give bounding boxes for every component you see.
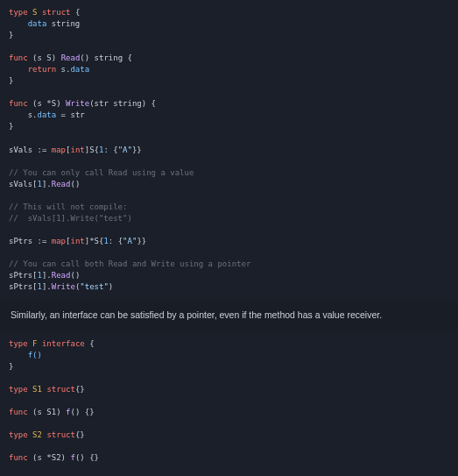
paragraph-interface-pointer: Similarly, an interface can be satisfied… [0, 300, 458, 331]
sig: () {} [70, 408, 94, 416]
method-write: Write [66, 99, 89, 108]
sig: (str string) { [89, 99, 156, 108]
type-F: F [28, 339, 42, 348]
string-test: "test" [80, 282, 109, 291]
end: }} [137, 237, 146, 245]
kw-func: func [9, 408, 28, 416]
kw-interface: interface [42, 339, 85, 348]
method-f: f() [9, 351, 42, 359]
code-block-2: type F interface { f() } type S1 struct{… [0, 331, 458, 476]
kw-struct: struct [42, 8, 71, 17]
string-A: "A" [123, 237, 137, 245]
kw-map: map [52, 146, 66, 154]
type-int: int [70, 146, 84, 154]
end: () [70, 271, 80, 280]
braces: {} [75, 385, 85, 394]
receiver: (s S1) [28, 408, 66, 416]
string-A: "A" [118, 146, 132, 154]
svals-lhs: sVals := [9, 146, 52, 154]
brace-close: } [9, 362, 13, 371]
rest: ]S{ [85, 146, 99, 154]
kw-func: func [9, 453, 28, 462]
kw-map: map [52, 237, 66, 245]
sig: () {} [75, 453, 99, 462]
sptrs-lhs: sPtrs := [9, 237, 52, 245]
type-string: string [46, 19, 80, 28]
field-data: data [70, 65, 89, 74]
type-S2: S2 [28, 430, 47, 439]
comment: // sVals[1].Write("test") [9, 214, 132, 223]
type-S1: S1 [28, 385, 47, 394]
call-write: Write [52, 282, 75, 291]
receiver: (s *S) [28, 99, 66, 108]
comment: // This will not compile: [9, 202, 127, 211]
call-lhs: sPtrs[ [9, 282, 38, 291]
mid: ]. [42, 271, 52, 280]
method-read: Read [61, 53, 81, 62]
lhs: s. [9, 110, 38, 119]
mid: : { [109, 237, 123, 245]
end: }} [132, 146, 142, 154]
expr: s. [56, 65, 70, 74]
kw-return: return [9, 65, 56, 74]
receiver: (s *S2) [28, 453, 71, 462]
comment: // You can call both Read and Write usin… [9, 259, 250, 268]
kw-type: type [9, 430, 28, 439]
kw-type: type [9, 8, 28, 17]
call-lhs: sVals[ [9, 180, 38, 188]
mid: : { [103, 146, 117, 154]
field-data: data [9, 19, 46, 28]
kw-type: type [9, 385, 28, 394]
braces: {} [75, 430, 85, 439]
call-lhs: sPtrs[ [9, 271, 38, 280]
kw-type: type [9, 339, 28, 348]
type-int: int [70, 237, 84, 245]
brace-close: } [9, 31, 13, 39]
rest: ]*S{ [85, 237, 104, 245]
mid: ]. [42, 180, 52, 188]
field-data: data [38, 110, 57, 119]
brace-close: } [9, 122, 13, 131]
code-block-1: type S struct { data string } func (s S)… [0, 0, 458, 300]
end: ) [109, 282, 113, 291]
kw-struct: struct [46, 385, 75, 394]
brace: { [70, 8, 80, 17]
brace-close: } [9, 76, 13, 85]
mid: ]. [42, 282, 52, 291]
receiver: (s S) [28, 53, 61, 62]
call-read: Read [52, 180, 71, 188]
brace: { [85, 339, 95, 348]
rhs: = str [56, 110, 85, 119]
comment: // You can only call Read using a value [9, 168, 194, 177]
call-read: Read [52, 271, 71, 280]
kw-struct: struct [46, 430, 75, 439]
end: () [70, 180, 80, 188]
kw-func: func [9, 53, 28, 62]
sig: () string { [80, 53, 132, 62]
kw-func: func [9, 99, 28, 108]
